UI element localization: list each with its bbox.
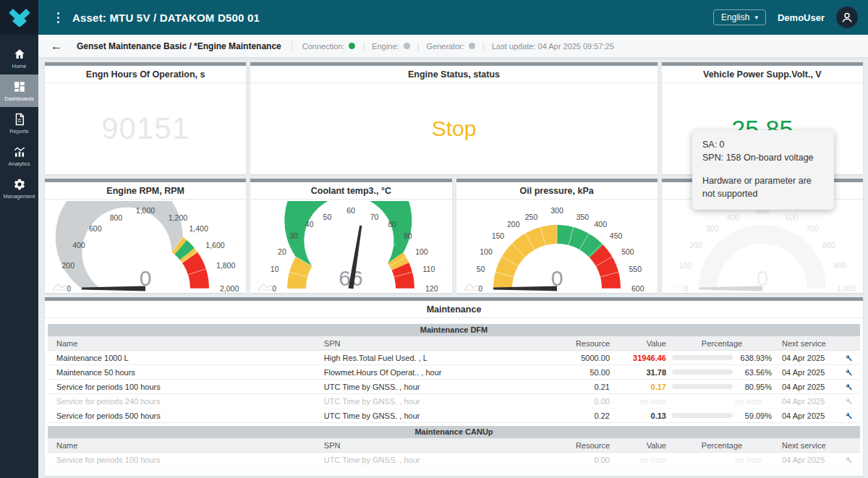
tooltip-line: SPN: 158 On-board voltage: [702, 151, 824, 164]
svg-text:2,000: 2,000: [220, 284, 239, 293]
user-name: DemoUser: [778, 12, 825, 23]
card-maintenance: Maintenance Maintenance DFMNameSPNResour…: [45, 297, 863, 476]
svg-text:400: 400: [72, 241, 85, 249]
language-label: English: [721, 12, 749, 22]
svg-text:700: 700: [806, 224, 819, 233]
sidebar-item-analytics[interactable]: Analytics: [0, 140, 38, 172]
table-row: Service for periods 500 hoursUTC Time by…: [48, 409, 860, 423]
svg-text:450: 450: [609, 231, 622, 240]
card-gauge-oil-pressure: Oil pressure, kPa 0501001502002503003504…: [456, 179, 658, 293]
gauge-chart-0: 02004006008001,0001,2001,4001,6001,8002,…: [48, 201, 243, 295]
svg-text:200: 200: [62, 261, 75, 270]
svg-text:20: 20: [278, 247, 286, 256]
sidebar-item-home[interactable]: Home: [0, 42, 38, 74]
svg-text:50: 50: [323, 213, 332, 221]
svg-text:100: 100: [416, 247, 429, 256]
reports-icon: [13, 113, 26, 126]
breadcrumb: Genset Maintenance Basic / *Engine Maint…: [77, 41, 281, 51]
sparkline-icon[interactable]: [669, 281, 688, 291]
service-wrench-button[interactable]: [843, 396, 853, 406]
sidebar-item-label: Home: [12, 63, 26, 69]
sparkline-icon[interactable]: [258, 281, 276, 291]
breadcrumb-bar: ← Genset Maintenance Basic / *Engine Mai…: [38, 35, 868, 58]
sparkline-icon[interactable]: [52, 281, 71, 291]
sidebar-item-label: Management: [4, 193, 35, 200]
svg-text:1,400: 1,400: [190, 224, 208, 233]
service-wrench-button[interactable]: [843, 367, 853, 377]
card-title: Engine RPM, RPM: [45, 182, 246, 200]
svg-text:400: 400: [594, 220, 607, 229]
svg-text:110: 110: [423, 265, 435, 273]
svg-text:300: 300: [706, 224, 719, 233]
wrench-icon: [843, 353, 853, 362]
card-title: Engn Hours Of Operation, s: [45, 66, 246, 83]
sparkline-icon[interactable]: [464, 281, 482, 291]
svg-text:50: 50: [476, 265, 485, 273]
wrench-icon: [843, 455, 853, 464]
connection-status-dot: [349, 43, 355, 49]
svg-text:100: 100: [480, 247, 493, 256]
svg-text:10: 10: [271, 265, 279, 273]
spn-tooltip: SA: 0SPN: 158 On-board voltageHardware o…: [692, 130, 834, 210]
app-logo[interactable]: [0, 0, 38, 35]
language-select[interactable]: English ▾: [713, 9, 766, 25]
table-row: Maintenance 50 hoursFlowmet.Hours Of Ope…: [48, 365, 860, 380]
tooltip-line: Hardware or parameter are not supported: [702, 174, 824, 200]
svg-text:400: 400: [727, 213, 740, 222]
last-update: Last update: 04 Apr 2025 09:57:25: [492, 42, 614, 51]
svg-text:600: 600: [786, 213, 799, 222]
sidebar-item-label: Dashboards: [4, 95, 33, 102]
svg-text:600: 600: [631, 284, 644, 293]
svg-text:100: 100: [678, 261, 692, 270]
table-row: Service for periods 100 hoursUTC Time by…: [48, 453, 860, 467]
service-wrench-button[interactable]: [843, 382, 853, 391]
card-title: Oil pressure, kPa: [456, 182, 658, 200]
svg-text:250: 250: [524, 213, 537, 221]
card-gauge-engine-rpm: Engine RPM, RPM 02004006008001,0001,2001…: [45, 179, 246, 293]
wrench-icon: [843, 396, 853, 406]
svg-text:550: 550: [629, 265, 642, 273]
svg-text:300: 300: [550, 206, 563, 215]
svg-text:80: 80: [388, 220, 397, 229]
sidebar-item-label: Reports: [9, 128, 28, 135]
svg-text:1,600: 1,600: [205, 241, 224, 249]
svg-text:90: 90: [404, 231, 412, 240]
table-header-row: NameSPNResourceValuePercentageNext servi…: [48, 438, 860, 453]
maintenance-title: Maintenance: [45, 301, 863, 318]
tooltip-line: [702, 164, 824, 174]
person-icon: [841, 11, 854, 24]
app-header: Asset: MTU 5V / DATAKOM D500 01 English …: [0, 0, 868, 35]
sidebar-item-management[interactable]: Management: [0, 172, 38, 205]
engine-status-value: Stop: [432, 116, 477, 141]
sidebar-item-dashboards[interactable]: Dashboards: [0, 74, 38, 107]
generator-status: Generator:: [427, 42, 476, 51]
analytics-icon: [13, 145, 26, 158]
card-engine-hours: Engn Hours Of Operation, s 90151: [45, 62, 246, 174]
gauge-chart-3: 01002003004005006007008009001,0000: [665, 201, 860, 295]
wrench-icon: [843, 382, 853, 391]
svg-text:1,800: 1,800: [216, 261, 235, 270]
dashboards-icon: [13, 80, 26, 93]
card-gauge-coolant-temp: Coolant temp3., °C 010203040506070809010…: [250, 179, 451, 293]
svg-text:120: 120: [425, 284, 438, 293]
engine-hours-value: 90151: [101, 111, 190, 146]
card-title: Coolant temp3., °C: [250, 182, 451, 200]
chevron-down-icon: ▾: [754, 14, 758, 21]
table-row: Service for periods 240 hoursUTC Time by…: [48, 394, 860, 409]
wrench-icon: [843, 411, 853, 420]
service-wrench-button[interactable]: [843, 455, 853, 464]
sidebar-item-reports[interactable]: Reports: [0, 107, 38, 140]
home-icon: [13, 48, 26, 61]
svg-text:60: 60: [347, 206, 356, 215]
kebab-menu-icon[interactable]: [57, 12, 59, 23]
service-wrench-button[interactable]: [843, 411, 853, 420]
logo-chevron-icon: [7, 8, 32, 27]
card-title: Engine Status, status: [250, 66, 658, 83]
svg-text:30: 30: [290, 231, 299, 240]
svg-text:1,000: 1,000: [136, 206, 155, 215]
engine-status-dot: [404, 43, 410, 49]
svg-text:200: 200: [507, 220, 520, 229]
service-wrench-button[interactable]: [843, 353, 853, 362]
user-avatar[interactable]: [836, 7, 858, 28]
back-arrow-icon[interactable]: ←: [51, 40, 62, 52]
